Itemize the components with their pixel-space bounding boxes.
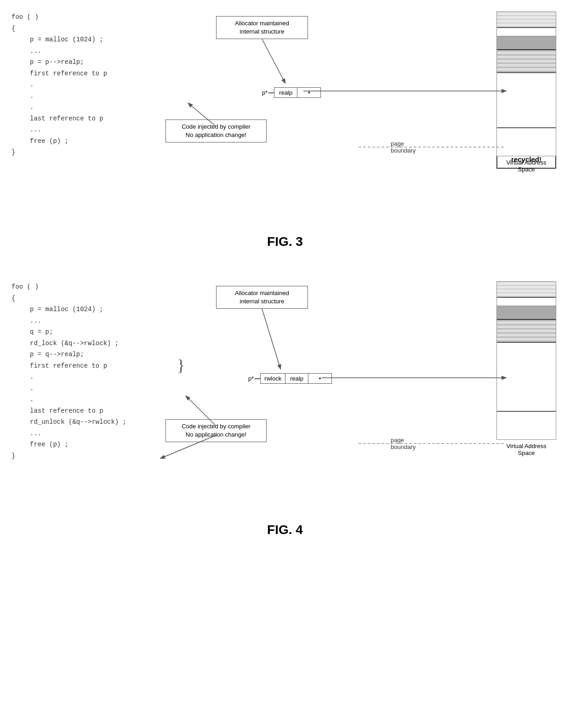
fig4-page-boundary: pageboundary — [391, 437, 416, 450]
code-line: rd_lock (&q-->rwlock) ; — [30, 338, 126, 349]
code-line: q = p; — [30, 326, 126, 338]
code-line: } — [11, 147, 107, 158]
code-line: rd_unlock (&q-->rwlock) ; — [30, 416, 126, 428]
code-line: p = q-->realp; — [30, 349, 126, 360]
code-line: . — [30, 79, 107, 91]
code-line: ... — [30, 124, 107, 136]
code-line: . — [30, 394, 126, 405]
code-line: ... — [30, 46, 107, 57]
code-line: p = malloc (1024) ; — [30, 34, 107, 46]
fig3-struct-area: p* realp • — [262, 87, 321, 98]
code-line: last reference to p — [30, 405, 126, 417]
fig4-dot-cell: • — [308, 374, 331, 383]
fig4-vas-label: Virtual AddressSpace — [496, 443, 556, 456]
fig3-code-injected-box: Code injected by compilerNo application … — [165, 119, 267, 142]
code-line: p = malloc (1024) ; — [30, 304, 126, 315]
code-line: free (p) ; — [30, 439, 126, 450]
fig4-code: foo ( ) { p = malloc (1024) ; ... q = p;… — [11, 281, 126, 461]
fig3-vas-label: Virtual AddressSpace — [496, 159, 556, 173]
fig3-label: FIG. 3 — [9, 234, 561, 249]
code-line: { — [11, 23, 107, 34]
fig4-struct-area: p* rwlock realp • — [248, 373, 332, 384]
code-line: free (p) ; — [30, 136, 107, 147]
fig4-rwlock-cell: rwlock — [261, 374, 285, 383]
code-line: . — [30, 91, 107, 102]
fig4-vas-column: Virtual AddressSpace — [496, 281, 556, 456]
code-line: { — [11, 293, 126, 304]
fig3-vas-column: Virtual AddressSpace — [496, 11, 556, 173]
code-line: ... — [30, 428, 126, 439]
code-line: ... — [30, 315, 126, 327]
code-line: foo ( ) — [11, 11, 107, 23]
code-line: first reference to p — [30, 68, 107, 80]
code-line: first reference to p — [30, 360, 126, 372]
figure-3: foo ( ) { p = malloc (1024) ; ... p = p-… — [9, 7, 561, 232]
code-line: last reference to p — [30, 113, 107, 125]
fig4-code-injected-box: Code injected by compilerNo application … — [165, 419, 267, 442]
fig3-dot-cell: • — [297, 88, 320, 97]
code-line: } — [11, 450, 126, 462]
fig4-brace: } — [177, 357, 185, 374]
code-line: . — [30, 102, 107, 113]
figure-4: foo ( ) { p = malloc (1024) ; ... q = p;… — [9, 277, 561, 520]
fig4-allocator-box: Allocator maintainedinternal structure — [216, 286, 308, 309]
fig4-label: FIG. 4 — [9, 523, 561, 537]
fig3-allocator-box: Allocator maintainedinternal structure — [216, 16, 308, 39]
svg-line-0 — [262, 39, 285, 83]
fig3-code: foo ( ) { p = malloc (1024) ; ... p = p-… — [11, 11, 107, 158]
fig4-realp-cell: realp — [285, 374, 308, 383]
fig3-page-boundary: pageboundary — [391, 140, 416, 154]
code-line: . — [30, 383, 126, 394]
code-line: p = p-->realp; — [30, 57, 107, 68]
fig3-realp-cell: realp — [274, 88, 297, 97]
svg-line-4 — [262, 309, 280, 369]
code-line: . — [30, 371, 126, 383]
code-line: foo ( ) — [11, 281, 126, 293]
